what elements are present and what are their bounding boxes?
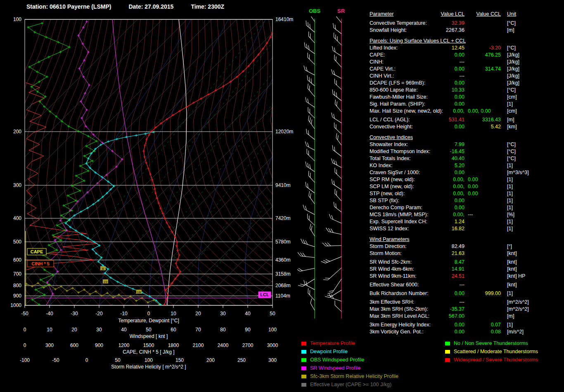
- svg-text:0: 0: [147, 311, 150, 316]
- svg-text:-20: -20: [95, 311, 103, 316]
- table-row: Derecho Comp Param:0.00[1]: [370, 204, 562, 211]
- profile-legend-item: SR Windspeed Profile: [301, 364, 398, 372]
- unit-label: [1]: [507, 321, 513, 328]
- param-label: DCAPE (LFS = 969mB):: [370, 80, 425, 87]
- unit-label: [m^2/s^2]: [507, 299, 529, 306]
- profile-legend-item: Sfc-3km Storm Relative Helicity Profile: [301, 372, 398, 380]
- param-label: Modified Thompson Index:: [370, 148, 430, 155]
- severity-legend-item: Scattered / Moderate Thunderstorms: [445, 347, 538, 356]
- unit-label: [°C]: [507, 148, 516, 155]
- table-row: Storm Direction:82.49[°]: [370, 243, 562, 250]
- svg-text:1500: 1500: [143, 342, 154, 348]
- svg-text:1800: 1800: [168, 342, 179, 348]
- table-row: SR Wind 9km-11km:24.51[knt] HP: [370, 273, 562, 280]
- param-value: 0.00,: [423, 183, 464, 190]
- legend-swatch: [445, 358, 450, 362]
- table-row: 850-600 Lapse Rate:10.33[°C]: [370, 87, 562, 94]
- svg-text:-30: -30: [71, 311, 78, 316]
- param-value: 8.47: [423, 259, 464, 266]
- legend-swatch: [445, 342, 450, 345]
- unit-label: [knt]: [507, 281, 517, 288]
- unit-label: [%]: [507, 211, 514, 218]
- table-row: Showalter Index:7.99[°C]: [370, 141, 562, 148]
- svg-text:4360m: 4360m: [275, 257, 291, 263]
- svg-text:50: 50: [115, 357, 121, 363]
- profile-legend-item: Temperature Profile: [301, 339, 398, 347]
- svg-text:-10: -10: [120, 311, 128, 316]
- svg-text:Storm Relative Helicity [ m^2/: Storm Relative Helicity [ m^2/s^2 ]: [111, 364, 186, 370]
- table-row: DCAPE (LFS = 969mB):0.00[J/kg]: [370, 80, 562, 87]
- param-label: Max 3km SRH Level AGL:: [370, 313, 429, 320]
- unit-label: [J/kg]: [507, 80, 519, 87]
- svg-text:-50: -50: [52, 357, 59, 363]
- param-value: 0.00: [423, 123, 464, 130]
- table-row: Sig. Hail Param. (SHIP):0.00[1]: [370, 101, 562, 108]
- table-row: 3km Energy Helicity Index:0.000.07[1]: [370, 321, 562, 328]
- table-header-row: ParameterValue LCLValue CCLUnit: [370, 11, 562, 18]
- param-value: 10.33: [423, 87, 464, 94]
- param-label: Total Totals Index:: [370, 155, 411, 162]
- table-row: Max. Hail Size (new, new2, old):0.00,0.0…: [370, 108, 562, 115]
- table-row: SCP LM (new, old):0.00,0.00[1]: [370, 183, 562, 190]
- sr-column-label: SR: [337, 8, 345, 14]
- unit-label: [m^2/s^2]: [507, 306, 529, 313]
- table-row: Storm Motion:21.63[knt]: [370, 250, 562, 257]
- svg-text:250: 250: [237, 357, 246, 363]
- table-row: Max 3km SRH Level AGL:567.00[m]: [370, 313, 562, 320]
- svg-text:900: 900: [95, 342, 103, 348]
- unit-label: [J/kg]: [507, 52, 519, 59]
- param-value: ---: [423, 73, 464, 80]
- unit-label: [1]: [507, 218, 513, 225]
- svg-text:30: 30: [96, 327, 102, 333]
- svg-text:200: 200: [13, 129, 21, 135]
- unit-label: [cm]: [507, 94, 517, 101]
- param-label: CINH:: [370, 59, 384, 66]
- param-value: 14.91: [423, 266, 464, 273]
- profile-legend-item: Dewpoint Profile: [301, 347, 398, 356]
- param-label: Craven SigSvr / 1000:: [370, 169, 420, 176]
- param-value: 0.00: [468, 176, 478, 183]
- param-label: Storm Motion:: [370, 250, 402, 257]
- param-label: MCS 18m/s (MMP, MSP):: [370, 211, 428, 218]
- unit-label: [m]: [507, 313, 514, 320]
- param-value: 999.00: [468, 290, 501, 297]
- table-row: Total Totals Index:40.40[°C]: [370, 155, 562, 162]
- param-label: Max 3km SRH (Sfc-2km):: [370, 306, 428, 313]
- table-row: SWISS 12 Index:16.82[1]: [370, 225, 562, 232]
- svg-text:9410m: 9410m: [275, 182, 291, 188]
- table-row: Modified Thompson Index:-16.45[°C]: [370, 148, 562, 155]
- svg-text:7420m: 7420m: [275, 215, 291, 221]
- svg-text:1B: 1B: [137, 290, 141, 294]
- svg-text:-40: -40: [46, 311, 53, 316]
- unit-label: [m]: [507, 116, 514, 123]
- svg-text:B: B: [102, 267, 104, 271]
- unit-label: [m^3/s^3]: [507, 169, 529, 176]
- unit-label: [m]: [507, 27, 514, 34]
- param-label: Parameter: [370, 11, 393, 18]
- svg-text:23: 23: [104, 280, 107, 284]
- param-value: Value LCL: [423, 11, 464, 18]
- svg-text:700: 700: [13, 271, 21, 277]
- unit-label: [m/s^2]: [507, 328, 524, 335]
- unit-label: [°C]: [507, 45, 516, 52]
- param-label: SCP LM (new, old):: [370, 183, 414, 190]
- table-row: SB STP (fix):0.00[1]: [370, 197, 562, 204]
- param-label: Exp. Supercell Index CH:: [370, 218, 427, 225]
- param-label: 3km Vorticity Gen. Pot.:: [370, 328, 424, 335]
- legend-label: Widespread / Severe Thunderstorms: [454, 357, 538, 363]
- svg-text:80: 80: [220, 327, 226, 333]
- param-value: Value CCL: [468, 11, 501, 18]
- table-row: CINH:---[J/kg]: [370, 59, 562, 66]
- param-value: 0.00: [423, 169, 464, 176]
- svg-text:600: 600: [70, 342, 78, 348]
- svg-text:16410m: 16410m: [275, 17, 293, 22]
- svg-text:0: 0: [24, 327, 26, 333]
- param-value: 5.42: [468, 123, 501, 130]
- svg-text:2100: 2100: [193, 342, 204, 348]
- table-row: Snowfall Height:2267.36[m]: [370, 27, 562, 34]
- param-value: 0.00: [423, 52, 464, 59]
- param-value: 0.00,: [423, 190, 464, 197]
- param-value: 476.25: [468, 52, 501, 59]
- param-value: ---: [423, 59, 464, 66]
- unit-label: [km]: [507, 123, 517, 130]
